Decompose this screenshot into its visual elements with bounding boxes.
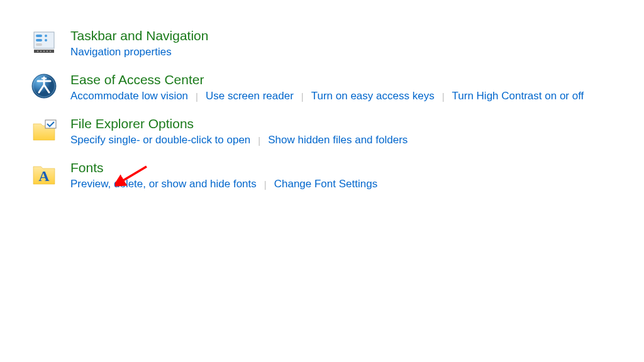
svg-point-4 [45, 39, 47, 41]
link-show-hidden-files[interactable]: Show hidden files and folders [268, 134, 408, 146]
category-content: Ease of Access Center Accommodate low vi… [70, 72, 644, 102]
category-file-explorer-options: File Explorer Options Specify single- or… [30, 116, 644, 146]
category-links: Navigation properties [70, 46, 644, 58]
separator: | [301, 91, 304, 102]
link-use-screen-reader[interactable]: Use screen reader [206, 90, 294, 102]
svg-rect-1 [36, 35, 42, 37]
svg-point-8 [40, 51, 42, 52]
link-change-font-settings[interactable]: Change Font Settings [274, 178, 377, 190]
category-content: Fonts Preview, delete, or show and hide … [70, 160, 644, 190]
link-turn-high-contrast[interactable]: Turn High Contrast on or off [452, 90, 584, 102]
separator: | [196, 91, 198, 102]
svg-point-2 [45, 35, 47, 37]
link-turn-on-easy-access-keys[interactable]: Turn on easy access keys [311, 90, 435, 102]
category-fonts: A Fonts Preview, delete, or show and hid… [30, 160, 644, 190]
link-specify-click[interactable]: Specify single- or double-click to open [70, 134, 250, 146]
category-ease-of-access: Ease of Access Center Accommodate low vi… [30, 72, 644, 102]
separator: | [258, 135, 260, 146]
category-title-ease-of-access[interactable]: Ease of Access Center [70, 72, 204, 87]
link-accommodate-low-vision[interactable]: Accommodate low vision [70, 90, 188, 102]
category-links: Accommodate low vision | Use screen read… [70, 90, 644, 102]
file-explorer-options-icon [30, 116, 58, 144]
link-navigation-properties[interactable]: Navigation properties [70, 46, 172, 58]
svg-text:A: A [38, 168, 50, 184]
category-title-file-explorer[interactable]: File Explorer Options [70, 116, 194, 131]
category-links: Preview, delete, or show and hide fonts … [70, 178, 644, 190]
link-preview-delete-fonts[interactable]: Preview, delete, or show and hide fonts [70, 178, 257, 190]
separator: | [264, 179, 267, 190]
separator: | [442, 91, 445, 102]
category-title-fonts[interactable]: Fonts [70, 160, 104, 175]
taskbar-navigation-icon [30, 28, 58, 56]
category-taskbar-navigation: Taskbar and Navigation Navigation proper… [30, 28, 644, 58]
category-content: File Explorer Options Specify single- or… [70, 116, 644, 146]
svg-point-10 [47, 51, 48, 52]
category-title-taskbar[interactable]: Taskbar and Navigation [70, 28, 208, 43]
svg-point-9 [43, 51, 45, 52]
svg-rect-5 [36, 43, 42, 46]
ease-of-access-icon [30, 72, 58, 100]
svg-point-7 [37, 51, 38, 52]
svg-point-11 [50, 51, 51, 52]
category-content: Taskbar and Navigation Navigation proper… [70, 28, 644, 58]
category-links: Specify single- or double-click to open … [70, 134, 644, 146]
fonts-icon: A [30, 160, 58, 188]
svg-rect-3 [36, 39, 42, 41]
